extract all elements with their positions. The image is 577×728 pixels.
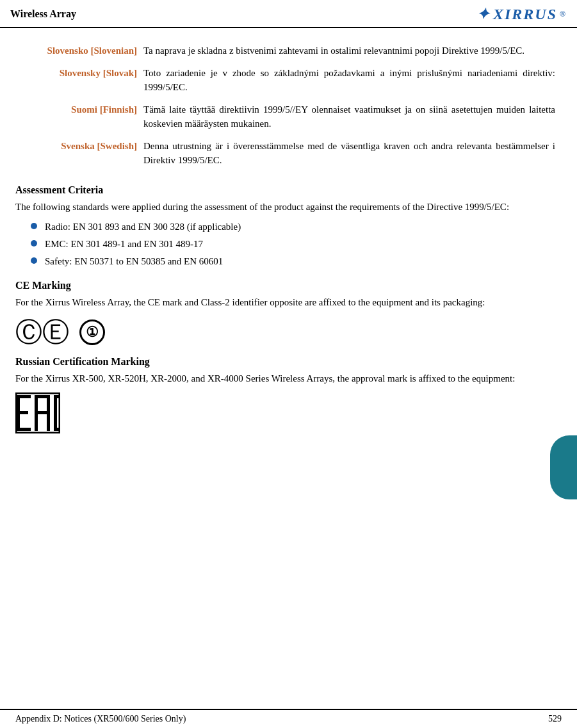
- assessment-bullet-list: Radio: EN 301 893 and EN 300 328 (if app…: [15, 220, 562, 270]
- lang-name-2: Suomi [Finnish]: [15, 99, 143, 135]
- ce-marking-heading: CE Marking: [15, 280, 562, 291]
- page-footer: Appendix D: Notices (XR500/600 Series On…: [0, 709, 577, 728]
- lang-row-1: Slovensky [Slovak] Toto zariadenie je v …: [15, 62, 562, 99]
- svg-rect-3: [17, 428, 31, 431]
- bullet-item-0: Radio: EN 301 893 and EN 300 328 (if app…: [31, 220, 562, 234]
- logo-text: XIRRUS: [493, 6, 557, 23]
- lang-name-3: Svenska [Swedish]: [15, 135, 143, 172]
- lang-row-0: Slovensko [Slovenian] Ta naprava je skla…: [15, 40, 562, 62]
- ce-marking-section: CE Marking For the Xirrus Wireless Array…: [15, 280, 562, 346]
- lang-row-3: Svenska [Swedish] Denna utrustning är i …: [15, 135, 562, 172]
- main-content: Slovensko [Slovenian] Ta naprava je skla…: [0, 28, 577, 455]
- eac-svg: [15, 392, 60, 433]
- logo-registered: ®: [560, 10, 567, 19]
- bullet-text-0: Radio: EN 301 893 and EN 300 328 (if app…: [45, 220, 241, 234]
- russian-cert-heading: Russian Certification Marking: [15, 356, 562, 368]
- lang-name-0: Slovensko [Slovenian]: [15, 40, 143, 62]
- svg-rect-7: [35, 411, 50, 414]
- bullet-dot-0: [31, 223, 37, 229]
- assessment-intro: The following standards were applied dur…: [15, 200, 562, 214]
- footer-right-text: 529: [548, 714, 562, 724]
- bullet-dot-2: [31, 257, 37, 264]
- lang-text-1: Toto zariadenie je v zhode so základnými…: [143, 62, 562, 99]
- bullet-item-2: Safety: EN 50371 to EN 50385 and EN 6060…: [31, 254, 562, 269]
- lang-text-3: Denna utrustning är i överensstämmelse m…: [143, 135, 562, 172]
- bullet-dot-1: [31, 240, 37, 247]
- assessment-section: Assessment Criteria The following standa…: [15, 184, 562, 270]
- bullet-text-2: Safety: EN 50371 to EN 50385 and EN 6060…: [45, 254, 223, 269]
- ce-symbols-container: ⒸⒺ ①: [15, 319, 562, 346]
- svg-rect-1: [17, 395, 31, 398]
- xirrus-logo: ✦ XIRRUS ®: [476, 5, 567, 23]
- lang-row-2: Suomi [Finnish] Tämä laite täyttää direk…: [15, 99, 562, 135]
- footer-left-text: Appendix D: Notices (XR500/600 Series On…: [15, 714, 186, 724]
- lang-text-0: Ta naprava je skladna z bistvenimi zahte…: [143, 40, 562, 62]
- page-header: Wireless Array ✦ XIRRUS ®: [0, 0, 577, 28]
- bullet-text-1: EMC: EN 301 489-1 and EN 301 489-17: [45, 237, 203, 252]
- ce-marking-body: For the Xirrus Wireless Array, the CE ma…: [15, 295, 562, 310]
- logo-star-icon: ✦: [476, 5, 491, 23]
- language-table: Slovensko [Slovenian] Ta naprava je skla…: [15, 40, 562, 172]
- russian-cert-body: For the Xirrus XR-500, XR-520H, XR-2000,…: [15, 371, 562, 386]
- decorative-circle: [550, 435, 577, 499]
- lang-text-2: Tämä laite täyttää direktiivin 1999/5//E…: [143, 99, 562, 135]
- svg-rect-8: [54, 395, 57, 431]
- svg-rect-2: [17, 411, 28, 414]
- class2-symbol: ①: [79, 320, 105, 345]
- bullet-item-1: EMC: EN 301 489-1 and EN 301 489-17: [31, 237, 562, 252]
- russian-cert-section: Russian Certification Marking For the Xi…: [15, 356, 562, 439]
- assessment-heading: Assessment Criteria: [15, 184, 562, 196]
- svg-rect-6: [35, 395, 50, 398]
- eac-symbol: [15, 392, 562, 439]
- lang-name-1: Slovensky [Slovak]: [15, 62, 143, 99]
- ce-symbol: ⒸⒺ: [15, 319, 69, 346]
- page-title: Wireless Array: [10, 8, 76, 20]
